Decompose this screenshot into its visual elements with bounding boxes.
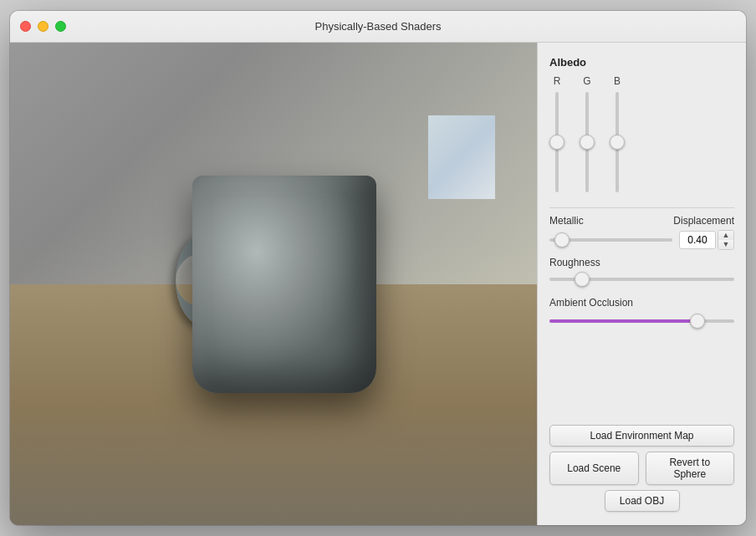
main-window: Physically-Based Shaders Albedo R (10, 11, 746, 525)
g-slider[interactable] (580, 92, 595, 192)
displacement-down-button[interactable]: ▼ (718, 240, 733, 249)
divider-1 (549, 207, 734, 208)
b-label: B (614, 75, 621, 87)
minimize-button[interactable] (38, 21, 49, 32)
albedo-label: Albedo (549, 56, 734, 69)
load-obj-button[interactable]: Load OBJ (605, 490, 680, 512)
revert-to-sphere-button[interactable]: Revert to Sphere (646, 452, 735, 485)
buttons-section: Load Environment Map Load Scene Revert t… (549, 415, 734, 512)
ao-track (549, 319, 734, 323)
titlebar: Physically-Based Shaders (10, 11, 746, 43)
metallic-label: Metallic (549, 215, 584, 227)
content-area: Albedo R G B (10, 43, 746, 525)
roughness-slider[interactable] (549, 272, 734, 287)
traffic-lights (20, 21, 66, 32)
displacement-up-button[interactable]: ▲ (718, 231, 733, 240)
rgb-sliders: R G B (549, 75, 734, 192)
b-slider-col: B (610, 75, 625, 192)
control-panel: Albedo R G B (537, 43, 746, 525)
maximize-button[interactable] (55, 21, 66, 32)
load-scene-revert-row: Load Scene Revert to Sphere (549, 452, 734, 485)
metallic-slider[interactable] (549, 232, 672, 248)
displacement-input-wrap: ▲ ▼ (679, 230, 734, 250)
ao-slider-container (549, 314, 734, 329)
g-label: G (583, 75, 590, 87)
r-slider-col: R (549, 75, 564, 192)
load-environment-map-button[interactable]: Load Environment Map (549, 425, 734, 447)
roughness-section: Roughness (549, 257, 734, 290)
viewport (10, 43, 537, 525)
displacement-stepper: ▲ ▼ (718, 230, 734, 250)
close-button[interactable] (20, 21, 31, 32)
ao-fill (549, 319, 697, 323)
window-title: Physically-Based Shaders (314, 20, 441, 33)
mug-body (192, 176, 376, 393)
g-slider-col: G (580, 75, 595, 192)
albedo-section: Albedo R G B (549, 56, 734, 192)
load-scene-button[interactable]: Load Scene (549, 452, 639, 485)
metallic-displacement-labels: Metallic Displacement (549, 215, 734, 227)
ao-label: Ambient Occlusion (549, 297, 734, 309)
displacement-label: Displacement (673, 215, 734, 227)
displacement-input[interactable] (679, 231, 716, 249)
ao-section: Ambient Occlusion (549, 297, 734, 329)
b-slider[interactable] (610, 92, 625, 192)
roughness-label: Roughness (549, 257, 734, 268)
r-slider[interactable] (549, 92, 564, 192)
metallic-displacement-section: Metallic Displacement ▲ ▼ (549, 215, 734, 250)
r-label: R (554, 75, 561, 87)
scene-window (428, 115, 495, 199)
ao-thumb (690, 314, 705, 329)
